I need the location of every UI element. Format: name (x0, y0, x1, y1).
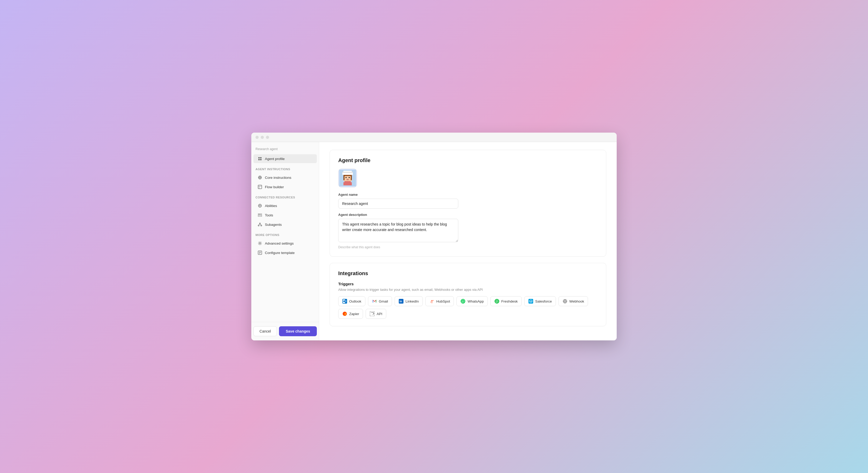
linkedin-label: LinkedIn (406, 299, 419, 303)
sidebar-item-flow-builder[interactable]: Flow builder (253, 182, 317, 191)
svg-rect-39 (343, 176, 344, 180)
svg-rect-0 (258, 157, 260, 158)
sidebar-item-label-configure-template: Configure template (265, 251, 294, 255)
agent-profile-icon (257, 156, 262, 161)
integrations-card: Integrations Triggers Allow integrations… (330, 263, 606, 326)
sidebar-section-agent-instructions: Agent instructions (251, 168, 319, 173)
sidebar-item-agent-profile[interactable]: Agent profile (253, 154, 317, 163)
gmail-label: Gmail (379, 299, 388, 303)
main-content: Agent profile (319, 142, 617, 341)
subagents-icon (257, 222, 262, 227)
hubspot-label: HubSpot (436, 299, 450, 303)
integration-chip-outlook[interactable]: Outlook (338, 296, 365, 306)
integration-chip-freshdesk[interactable]: Freshdesk (490, 296, 522, 306)
sidebar-item-label-agent-profile: Agent profile (265, 157, 285, 161)
avatar-image (339, 170, 356, 186)
svg-rect-43 (347, 179, 349, 180)
sidebar-item-subagents[interactable]: Subagents (253, 220, 317, 229)
titlebar (251, 132, 617, 142)
svg-rect-1 (260, 157, 261, 158)
integration-chip-salesforce[interactable]: Salesforce (524, 296, 556, 306)
svg-point-68 (530, 300, 532, 301)
salesforce-icon (528, 299, 533, 304)
svg-point-60 (431, 302, 432, 303)
integrations-title: Integrations (338, 270, 598, 276)
svg-point-57 (433, 300, 433, 301)
freshdesk-icon (494, 299, 499, 304)
sidebar-item-label-tools: Tools (265, 213, 273, 217)
svg-rect-36 (342, 172, 353, 173)
svg-point-50 (343, 300, 345, 302)
freshdesk-label: Freshdesk (501, 299, 518, 303)
zapier-label: Zapier (349, 312, 359, 316)
sidebar-item-configure-template[interactable]: Configure template (253, 248, 317, 257)
webhook-icon (562, 299, 568, 304)
titlebar-dot-3 (266, 136, 269, 139)
svg-rect-52 (373, 300, 373, 302)
tools-icon (257, 213, 262, 217)
sidebar-item-abilities[interactable]: Abilities (253, 201, 317, 210)
integration-chip-webhook[interactable]: Webhook (558, 296, 588, 306)
titlebar-dot-1 (255, 136, 259, 139)
outlook-icon (342, 299, 347, 304)
integration-chip-gmail[interactable]: Gmail (368, 296, 392, 306)
sidebar-item-tools[interactable]: Tools (253, 211, 317, 219)
svg-rect-49 (344, 300, 347, 302)
agent-profile-title: Agent profile (338, 157, 598, 164)
svg-rect-20 (258, 215, 262, 216)
triggers-desc: Allow integrations to trigger tasks for … (338, 288, 598, 292)
svg-text:in: in (400, 300, 402, 303)
sidebar-item-label-advanced-settings: Advanced settings (265, 241, 293, 245)
outlook-label: Outlook (349, 299, 362, 303)
sidebar-item-label-subagents: Subagents (265, 223, 282, 227)
api-icon (370, 311, 375, 316)
flow-builder-icon (257, 184, 262, 189)
svg-rect-3 (260, 159, 261, 160)
sidebar-item-core-instructions[interactable]: Core instructions (253, 173, 317, 182)
triggers-title: Triggers (338, 282, 598, 286)
zapier-icon: ⚡ (342, 311, 347, 316)
cancel-button[interactable]: Cancel (253, 326, 277, 336)
webhook-label: Webhook (569, 299, 584, 303)
titlebar-dot-2 (261, 136, 264, 139)
svg-point-25 (261, 225, 262, 226)
agent-avatar[interactable] (338, 169, 357, 187)
integration-chip-whatsapp[interactable]: WhatsApp (457, 296, 488, 306)
svg-text:⚡: ⚡ (344, 312, 347, 316)
sidebar-footer: Cancel Save changes (251, 322, 319, 341)
svg-rect-42 (349, 177, 350, 178)
integration-chip-api[interactable]: API (366, 309, 386, 319)
sidebar-section-connected-resources: Connected resources (251, 196, 319, 201)
svg-point-63 (497, 301, 497, 301)
svg-line-26 (259, 224, 260, 225)
svg-point-28 (259, 243, 261, 244)
integration-chip-hubspot[interactable]: HubSpot (425, 296, 454, 306)
hubspot-icon (429, 299, 435, 304)
agent-description-textarea[interactable]: This agent researches a topic for blog p… (338, 219, 458, 242)
whatsapp-label: WhatsApp (467, 299, 484, 303)
advanced-settings-icon (257, 241, 262, 246)
integration-chip-linkedin[interactable]: in LinkedIn (395, 296, 423, 306)
sidebar-item-advanced-settings[interactable]: Advanced settings (253, 239, 317, 248)
agent-name-input[interactable] (338, 199, 458, 209)
agent-profile-card: Agent profile (330, 150, 606, 257)
whatsapp-icon (460, 299, 466, 304)
svg-rect-40 (351, 176, 352, 180)
window-body: Research agent Agent profile Agent instr… (251, 142, 617, 341)
svg-rect-53 (376, 300, 376, 302)
svg-rect-38 (343, 175, 352, 176)
svg-line-27 (260, 224, 261, 225)
agent-description-hint: Describe what this agent does (338, 245, 598, 249)
linkedin-icon: in (399, 299, 404, 304)
integration-chip-zapier[interactable]: ⚡ Zapier (338, 309, 363, 319)
svg-point-5 (259, 177, 261, 178)
core-instructions-icon (257, 175, 262, 180)
svg-point-70 (564, 300, 566, 302)
agent-description-label: Agent description (338, 213, 598, 217)
gmail-icon (372, 299, 377, 304)
svg-rect-44 (344, 181, 351, 185)
svg-point-23 (259, 223, 260, 224)
svg-point-14 (259, 205, 260, 206)
save-button[interactable]: Save changes (279, 326, 317, 336)
svg-rect-10 (258, 185, 262, 189)
